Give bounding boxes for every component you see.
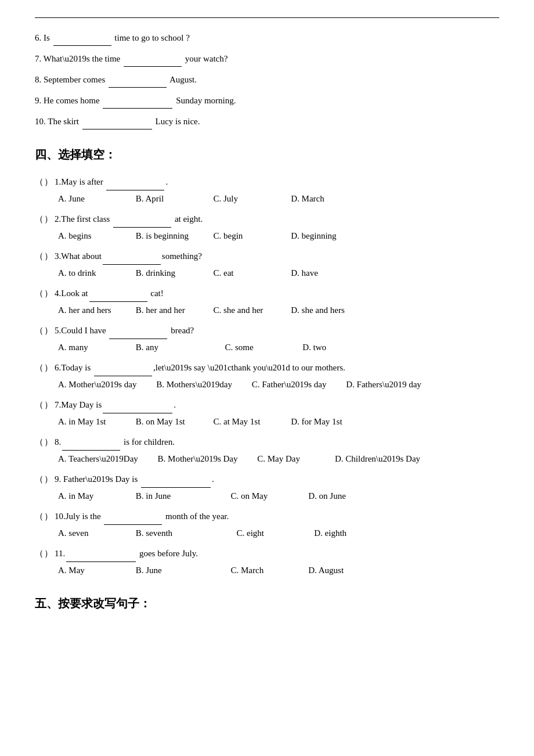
opt-q10-c: C. eight: [237, 525, 295, 542]
question-q10: 10.July is the month of the year.: [55, 507, 499, 525]
fill-after-6: time to go to school ?: [114, 33, 190, 42]
fill-blank-9: [103, 92, 172, 109]
opt-q8-d: D. Children\u2019s Day: [335, 451, 420, 467]
bracket-q4: （: [35, 288, 43, 299]
blank-q9: [141, 470, 211, 488]
fill-after-10: Lucy is nice.: [155, 117, 200, 126]
paren-q7: ）: [44, 399, 55, 411]
fill-number-6: 6. Is: [35, 33, 50, 42]
bracket-q1: （: [35, 177, 43, 188]
opt-q2-b: B. is beginning: [136, 228, 194, 244]
fill-blank-7: [124, 51, 182, 67]
opt-q4-d: D. she and hers: [291, 302, 349, 319]
choice-q8-row: （ ） 8. is for children.: [35, 433, 499, 451]
opt-q1-c: C. July: [214, 190, 272, 207]
opt-q5-d: D. two: [302, 339, 360, 356]
blank-q2: [113, 210, 171, 228]
choice-q7-row: （ ） 7.May Day is .: [35, 396, 499, 413]
choice-q9: （ ） 9. Father\u2019s Day is . A. in May …: [35, 470, 499, 504]
top-divider: [35, 17, 499, 18]
opt-q7-c: C. at May 1st: [214, 413, 272, 430]
question-q6: 6.Today is ,let\u2019s say \u201cthank y…: [55, 359, 499, 376]
choice-q6-row: （ ） 6.Today is ,let\u2019s say \u201ctha…: [35, 359, 499, 376]
section-4-title: 四、选择填空：: [35, 147, 499, 163]
fill-item-6: 6. Is time to go to school ?: [35, 30, 499, 46]
bracket-q5: （: [35, 325, 43, 336]
bracket-q9: （: [35, 474, 43, 485]
paren-q6: ）: [44, 362, 55, 373]
opt-q2-d: D. beginning: [291, 228, 349, 244]
fill-after-8: August.: [169, 75, 197, 84]
bracket-q11: （: [35, 548, 43, 559]
section-5: 五、按要求改写句子：: [35, 596, 499, 611]
opt-q1-d: D. March: [291, 190, 349, 207]
fill-item-8: 8. September comes August.: [35, 71, 499, 88]
paren-q9: ）: [44, 474, 55, 485]
paren-q4: ）: [44, 288, 55, 299]
opt-q11-d: D. August: [308, 562, 366, 579]
blank-q6: [94, 359, 152, 376]
choice-q3-row: （ ） 3.What about something?: [35, 247, 499, 265]
bracket-q3: （: [35, 251, 43, 262]
opt-q5-a: A. many: [58, 339, 116, 356]
opt-q8-b: B. Mother\u2019s Day: [158, 451, 238, 467]
opt-q6-d: D. Fathers\u2019 day: [346, 376, 421, 393]
opt-q6-c: C. Father\u2019s day: [252, 376, 327, 393]
blank-q7: [103, 396, 172, 413]
choice-q3: （ ） 3.What about something? A. to drink …: [35, 247, 499, 281]
paren-q8: ）: [44, 437, 55, 448]
blank-q8: [62, 433, 120, 451]
options-q10: A. seven B. seventh C. eight D. eighth: [58, 525, 499, 542]
paren-q10: ）: [44, 511, 55, 522]
question-q7: 7.May Day is .: [55, 396, 499, 413]
question-q2: 2.The first class at eight.: [55, 210, 499, 228]
paren-q11: ）: [44, 548, 55, 559]
blank-q10: [104, 507, 162, 525]
options-q11: A. May B. June C. March D. August: [58, 562, 499, 579]
fill-section: 6. Is time to go to school ? 7. What\u20…: [35, 30, 499, 129]
opt-q11-b: B. June: [136, 562, 211, 579]
fill-number-7: 7. What\u2019s the time: [35, 54, 120, 63]
choice-q4-row: （ ） 4.Look at cat!: [35, 285, 499, 302]
options-q8: A. Teachers\u2019Day B. Mother\u2019s Da…: [58, 451, 499, 467]
choice-q1: （ ） 1.May is after . A. June B. April C.…: [35, 173, 499, 207]
options-q2: A. begins B. is beginning C. begin D. be…: [58, 228, 499, 244]
opt-q1-a: A. June: [58, 190, 116, 207]
opt-q11-c: C. March: [231, 562, 289, 579]
fill-blank-8: [109, 71, 167, 88]
question-q8: 8. is for children.: [55, 433, 499, 451]
options-q9: A. in May B. in June C. on May D. on Jun…: [58, 488, 499, 505]
fill-number-10: 10. The skirt: [35, 117, 79, 126]
opt-q4-c: C. she and her: [214, 302, 272, 319]
paren-q1: ）: [44, 177, 55, 188]
section-5-title: 五、按要求改写句子：: [35, 596, 499, 611]
opt-q1-b: B. April: [136, 190, 194, 207]
opt-q5-b: B. any: [136, 339, 205, 356]
choice-q10: （ ） 10.July is the month of the year. A.…: [35, 507, 499, 541]
opt-q10-a: A. seven: [58, 525, 116, 542]
choice-q11-row: （ ） 11. goes before July.: [35, 545, 499, 562]
bracket-q6: （: [35, 362, 43, 373]
paren-q5: ）: [44, 325, 55, 336]
options-q6: A. Mother\u2019s day B. Mothers\u2019day…: [58, 376, 499, 393]
bracket-q8: （: [35, 437, 43, 448]
opt-q8-c: C. May Day: [257, 451, 315, 467]
fill-after-7: your watch?: [185, 54, 228, 63]
opt-q10-b: B. seventh: [136, 525, 217, 542]
fill-item-9: 9. He comes home Sunday morning.: [35, 92, 499, 109]
opt-q3-a: A. to drink: [58, 265, 116, 282]
choice-q10-row: （ ） 10.July is the month of the year.: [35, 507, 499, 525]
opt-q9-d: D. on June: [308, 488, 366, 505]
question-q3: 3.What about something?: [55, 247, 499, 265]
opt-q2-a: A. begins: [58, 228, 116, 244]
question-q4: 4.Look at cat!: [55, 285, 499, 302]
question-q5: 5.Could I have bread?: [55, 322, 499, 339]
choice-q9-row: （ ） 9. Father\u2019s Day is .: [35, 470, 499, 488]
blank-q11: [66, 545, 136, 562]
opt-q11-a: A. May: [58, 562, 116, 579]
options-q3: A. to drink B. drinking C. eat D. have: [58, 265, 499, 282]
opt-q9-b: B. in June: [136, 488, 211, 505]
fill-number-9: 9. He comes home: [35, 96, 100, 105]
opt-q10-d: D. eighth: [314, 525, 372, 542]
blank-q3: [103, 247, 161, 265]
